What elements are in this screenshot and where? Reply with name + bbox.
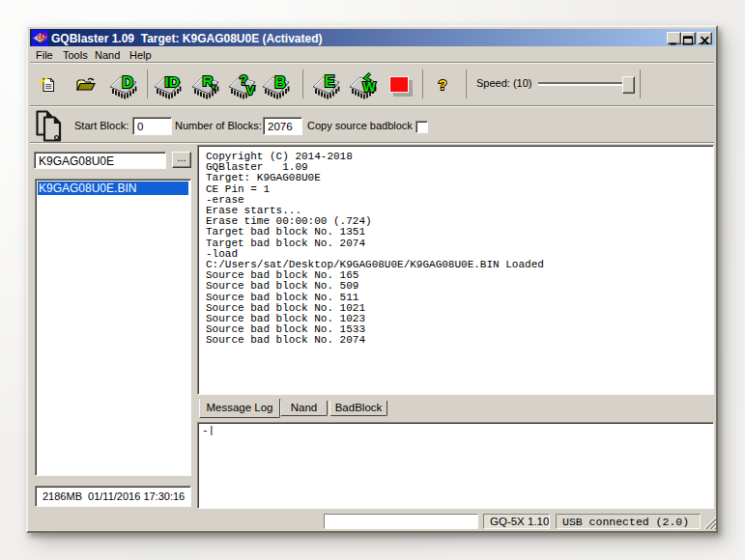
svg-text:W: W xyxy=(362,79,376,95)
svg-text:Q: Q xyxy=(42,31,47,40)
svg-text:D: D xyxy=(122,74,133,91)
svg-text:V: V xyxy=(246,83,255,98)
svg-text:B: B xyxy=(274,74,286,91)
svg-text:ID: ID xyxy=(165,73,180,90)
svg-text:E: E xyxy=(325,73,335,90)
svg-text:?: ? xyxy=(438,76,446,93)
